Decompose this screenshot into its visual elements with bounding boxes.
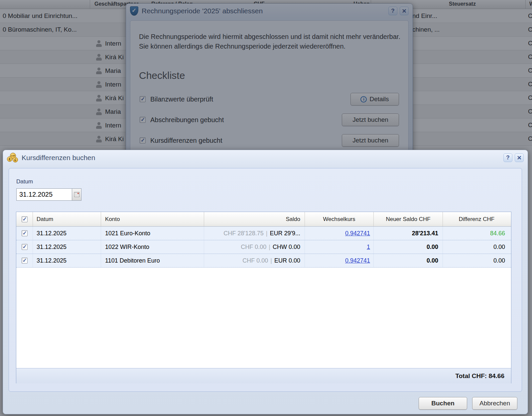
- kurs-table: Datum Konto Saldo Wechselkurs Neuer Sald…: [16, 212, 511, 383]
- kurs-dialog-body: Datum Datum Konto Saldo Wechselkurs Neue…: [9, 168, 522, 392]
- column-header-neuer-saldo: Neuer Saldo CHF: [374, 212, 443, 226]
- column-header-datum: Datum: [33, 212, 101, 226]
- kurs-table-header: Datum Konto Saldo Wechselkurs Neuer Sald…: [16, 212, 511, 227]
- row-checkbox[interactable]: [22, 244, 28, 250]
- abbrechen-button[interactable]: Abbrechen: [472, 397, 517, 410]
- table-empty-area: [16, 268, 511, 368]
- row-konto: 1101 Debitoren Euro: [101, 254, 204, 267]
- row-saldo: CHF 28'128.75|EUR 29'9...: [204, 227, 305, 240]
- calendar-icon: [74, 192, 79, 197]
- wechselkurs-link[interactable]: 0.942741: [345, 230, 370, 237]
- wechselkurs-link[interactable]: 0.942741: [345, 257, 370, 264]
- screen: Geschäftspartner Referenz / Beleg CHF Ha…: [0, 0, 532, 416]
- row-datum: 31.12.2025: [33, 227, 101, 240]
- row-differenz: 0.00: [443, 240, 510, 254]
- calendar-button[interactable]: [72, 188, 81, 201]
- table-total-row: Total CHF: 84.66: [16, 368, 511, 383]
- kursdifferenzen-dialog: CHF € £ Kursdifferenzen buchen ? ✕ Datum…: [3, 150, 528, 414]
- row-checkbox[interactable]: [22, 258, 28, 264]
- row-konto: 1022 WIR-Konto: [101, 240, 204, 254]
- buchen-button[interactable]: Buchen: [419, 397, 467, 410]
- date-input[interactable]: [16, 188, 72, 201]
- close-icon[interactable]: ✕: [515, 153, 524, 162]
- eur-coin: €: [7, 156, 12, 162]
- row-differenz: 0.00: [443, 254, 510, 267]
- column-header-konto: Konto: [101, 212, 204, 226]
- row-checkbox[interactable]: [22, 230, 28, 236]
- column-header-differenz: Differenz CHF: [443, 212, 510, 226]
- row-saldo: CHF 0.00|CHW 0.00: [204, 240, 305, 254]
- kurs-table-row-debitoren-euro[interactable]: 31.12.2025 1101 Debitoren Euro CHF 0.00|…: [16, 254, 511, 268]
- column-header-wechselkurs: Wechselkurs: [305, 212, 374, 226]
- row-konto: 1021 Euro-Konto: [101, 227, 204, 240]
- date-label: Datum: [16, 178, 33, 185]
- total-label: Total CHF: 84.66: [456, 372, 504, 380]
- select-all-checkbox[interactable]: [22, 216, 28, 222]
- kurs-table-row-wir-konto[interactable]: 31.12.2025 1022 WIR-Konto CHF 0.00|CHW 0…: [16, 240, 511, 254]
- row-neuer-saldo: 0.00: [374, 240, 443, 254]
- row-saldo: CHF 0.00|EUR 0.00: [204, 254, 305, 267]
- row-neuer-saldo: 0.00: [374, 254, 443, 267]
- row-differenz: 84.66: [443, 227, 510, 240]
- wechselkurs-link[interactable]: 1: [367, 244, 370, 251]
- kurs-table-row-euro-konto[interactable]: 31.12.2025 1021 Euro-Konto CHF 28'128.75…: [16, 227, 511, 240]
- currency-coins-icon: CHF € £: [7, 153, 18, 163]
- gbp-coin: £: [13, 157, 18, 162]
- row-datum: 31.12.2025: [33, 254, 101, 267]
- kurs-dialog-titlebar: CHF € £ Kursdifferenzen buchen ? ✕: [3, 150, 528, 165]
- column-header-saldo: Saldo: [204, 212, 305, 226]
- kurs-dialog-title: Kursdifferenzen buchen: [22, 154, 95, 162]
- row-neuer-saldo: 28'213.41: [374, 227, 443, 240]
- row-datum: 31.12.2025: [33, 240, 101, 254]
- help-icon[interactable]: ?: [503, 153, 512, 162]
